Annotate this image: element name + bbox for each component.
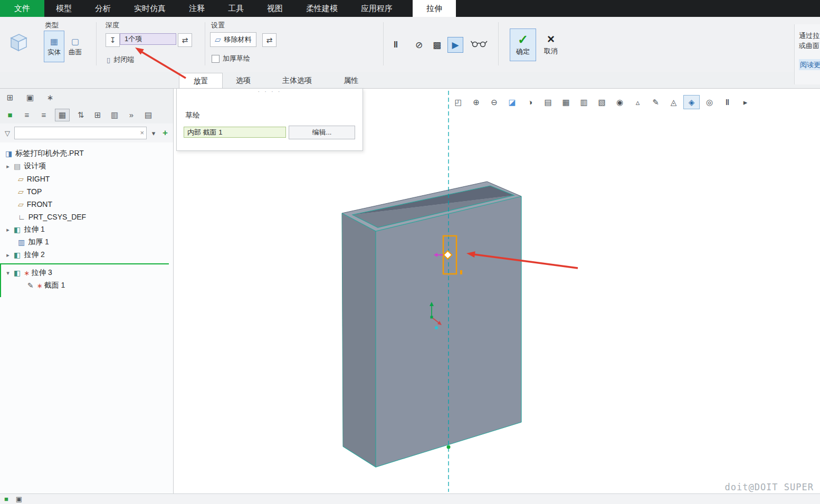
menu-view[interactable]: 视图	[255, 0, 294, 17]
tree-row-top-plane[interactable]: ▱ TOP	[0, 185, 173, 198]
help-line-1: 通过拉	[799, 31, 820, 41]
capture-image-icon[interactable]: ▧	[594, 95, 610, 109]
thicken-sketch-checkbox[interactable]	[212, 55, 220, 63]
remove-material-button[interactable]: ▱ 移除材料	[210, 32, 256, 47]
datum-display-filter-icon[interactable]: ▵	[630, 95, 646, 109]
tree-row-csys[interactable]: ∟ PRT_CSYS_DEF	[0, 211, 173, 223]
tree-clipboard-icon[interactable]: ▣	[24, 92, 36, 103]
tree-search-input[interactable]	[14, 127, 147, 139]
box-left-face[interactable]	[342, 213, 376, 467]
tree-label-section-1: 截面 1	[44, 281, 65, 290]
menu-analysis[interactable]: 分析	[83, 0, 122, 17]
extrude-feature-icon	[6, 30, 30, 55]
verify-feature-button[interactable]: ▩	[429, 37, 445, 53]
capped-ends-option[interactable]: ▯ 封闭端	[107, 55, 134, 64]
cancel-button[interactable]: × 取消	[538, 28, 564, 60]
add-filter-plus-icon[interactable]: +	[160, 128, 170, 138]
tab-placement[interactable]: 放置	[179, 73, 223, 89]
annotation-display-icon[interactable]: ✎	[647, 95, 664, 109]
menu-view-label: 视图	[267, 4, 283, 14]
flip-material-side-button[interactable]: ⇄	[262, 33, 276, 47]
type-group-label: 类型	[45, 21, 59, 30]
flip-depth-direction-button[interactable]: ⇄	[178, 33, 192, 47]
panel-drag-handle[interactable]: · · · ·	[177, 88, 363, 94]
edit-sketch-button[interactable]: 编辑...	[289, 126, 355, 139]
tree-column-settings-icon[interactable]: ▥	[109, 109, 120, 121]
feature-preview-glasses-button[interactable]	[469, 37, 490, 53]
tree-list-alt-icon[interactable]: ≡	[38, 109, 50, 121]
flip-direction-icon: ⇄	[266, 36, 273, 44]
pause-button[interactable]: ‖	[388, 37, 404, 53]
zoom-in-icon[interactable]: ⊕	[468, 95, 484, 109]
tree-layers-icon[interactable]: ⊞	[92, 109, 103, 121]
insert-locator-line	[0, 263, 169, 264]
menu-extrude-active-tab[interactable]: 拉伸	[413, 0, 456, 17]
tree-list-icon[interactable]: ≡	[21, 109, 33, 121]
tree-row-extrude-1[interactable]: ▸ ◧ 拉伸 1	[0, 223, 173, 236]
menu-live-simulation[interactable]: 实时仿真	[122, 0, 177, 17]
surface-type-button[interactable]: ▢ 曲面	[65, 31, 85, 62]
read-more-link[interactable]: 阅读更	[799, 59, 820, 70]
designated-area-icon[interactable]: ◬	[665, 95, 682, 109]
thicken-sketch-option[interactable]: 加厚草绘	[212, 54, 250, 63]
sketch-collector-field[interactable]: 内部 截面 1	[184, 127, 286, 138]
view-manager-icon[interactable]: ▥	[576, 95, 592, 109]
tree-favorites-icon[interactable]: ∗	[44, 92, 56, 103]
model-cube-icon[interactable]: ■	[4, 109, 16, 121]
menu-flexible-modeling[interactable]: 柔性建模	[294, 0, 349, 17]
repaint-icon[interactable]: ◪	[504, 95, 520, 109]
tree-row-thicken-1[interactable]: ▥ 加厚 1	[0, 236, 173, 249]
pause-display-icon[interactable]: ‖	[719, 95, 736, 109]
tab-body-options[interactable]: 主体选项	[265, 73, 329, 88]
saved-orientations-icon[interactable]: ▦	[558, 95, 574, 109]
status-model-icon[interactable]: ■	[4, 495, 8, 503]
refit-icon[interactable]: ◰	[450, 95, 466, 109]
tree-sort-icon[interactable]: ⇅	[75, 109, 87, 121]
transform-dragger-icon[interactable]: ◈	[683, 95, 700, 109]
tree-document-icon[interactable]: ▤	[142, 109, 154, 121]
depth-value-combo[interactable]: 1个项	[120, 33, 176, 45]
collapse-arrow-icon[interactable]: ▾	[5, 270, 11, 277]
menu-tools[interactable]: 工具	[216, 0, 255, 17]
solid-type-button[interactable]: ▦ 实体	[44, 31, 64, 62]
tree-row-section-1[interactable]: ✎ ∗ 截面 1	[0, 279, 173, 292]
menu-model[interactable]: 模型	[44, 0, 83, 17]
expand-arrow-icon[interactable]: ▸	[5, 252, 11, 259]
menu-applications[interactable]: 应用程序	[349, 0, 404, 17]
zoom-out-icon[interactable]: ⊖	[486, 95, 502, 109]
search-clear-icon[interactable]: ×	[140, 129, 144, 137]
filter-funnel-icon[interactable]: ▽	[3, 129, 12, 137]
render-scene-icon[interactable]: ◉	[612, 95, 628, 109]
expand-arrow-icon[interactable]: ▸	[5, 163, 11, 170]
tree-overflow-chevron-icon[interactable]: »	[126, 109, 137, 121]
insert-locator[interactable]	[0, 261, 173, 267]
tree-display-grid-icon[interactable]: ⊞	[4, 92, 16, 103]
tab-options[interactable]: 选项	[222, 73, 264, 88]
status-clipboard-icon[interactable]: ▣	[16, 495, 22, 503]
display-style-icon[interactable]: ▤	[540, 95, 556, 109]
tree-row-extrude-2[interactable]: ▸ ◧ 拉伸 2	[0, 249, 173, 261]
depth-type-button[interactable]: ↧	[106, 33, 120, 47]
menu-annotate[interactable]: 注释	[177, 0, 216, 17]
menu-file[interactable]: 文件	[0, 0, 44, 17]
tree-row-design-items[interactable]: ▸ ▤ 设计项	[0, 160, 173, 173]
exit-toolbar-icon[interactable]: ▸	[737, 95, 754, 109]
tree-row-right-plane[interactable]: ▱ RIGHT	[0, 173, 173, 185]
shading-icon[interactable]: ◑	[522, 95, 538, 109]
centerline-anchor-point[interactable]	[447, 445, 451, 449]
spin-center-icon[interactable]: ◎	[701, 95, 718, 109]
tree-columns-toggle-icon[interactable]: ▦	[55, 109, 70, 121]
solid-label: 实体	[47, 48, 61, 57]
ok-label: 确定	[516, 47, 530, 56]
tree-row-extrude-3-active[interactable]: ▾ ◧ ∗ 拉伸 3	[0, 267, 173, 279]
expand-arrow-icon[interactable]: ▸	[5, 226, 11, 233]
ok-button[interactable]: ✓ 确定	[510, 28, 536, 61]
tree-label-root: 标签打印机外壳.PRT	[15, 149, 84, 158]
search-dropdown-icon[interactable]: ▾	[149, 129, 158, 137]
tree-row-part-root[interactable]: ◨ 标签打印机外壳.PRT	[0, 147, 173, 160]
tab-properties[interactable]: 属性	[330, 73, 372, 88]
no-preview-button[interactable]: ⊘	[411, 37, 427, 53]
watermark-text: doit@DOIT SUPER	[724, 482, 814, 492]
tree-row-front-plane[interactable]: ▱ FRONT	[0, 198, 173, 211]
preview-geometry-button[interactable]: ▶	[447, 37, 463, 53]
